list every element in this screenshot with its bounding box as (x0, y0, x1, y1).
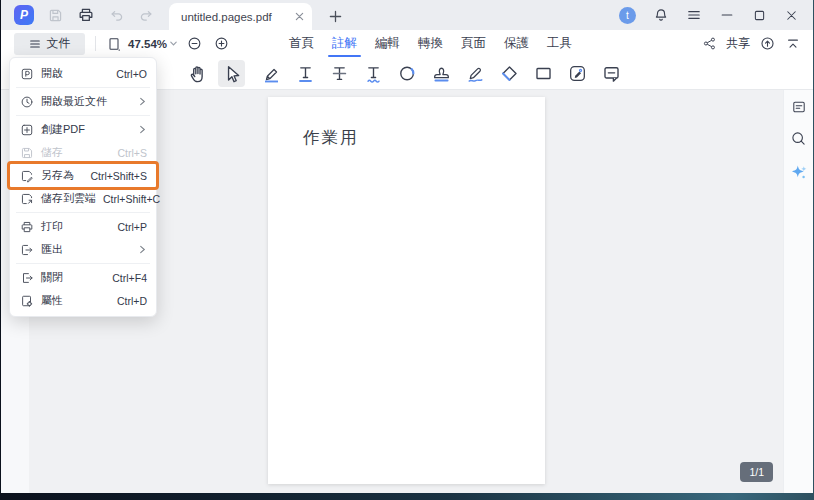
menu-divider (16, 212, 150, 213)
page-indicator[interactable]: 1/1 (740, 462, 773, 482)
collapse-toolbar-icon[interactable] (785, 36, 801, 52)
app-menu-icon[interactable] (686, 7, 702, 23)
pencil-tool-icon[interactable] (462, 60, 489, 87)
save-as-icon (20, 169, 34, 183)
zoom-in-icon[interactable] (213, 35, 230, 52)
close-window-icon[interactable] (784, 8, 799, 23)
stamp-tool-icon[interactable] (428, 60, 455, 87)
undo-icon[interactable] (108, 7, 125, 24)
tab-comment[interactable]: 註解 (331, 31, 358, 56)
user-avatar[interactable]: t (619, 7, 636, 24)
page-text: 作業用 (268, 97, 545, 149)
clock-icon (20, 95, 34, 109)
submenu-arrow-icon (138, 245, 147, 254)
menu-item-properties[interactable]: 屬性 Ctrl+D (10, 289, 156, 312)
print-icon[interactable] (77, 6, 95, 24)
document-tab-title: untitled.pages.pdf (181, 11, 289, 23)
strikethrough-tool-icon[interactable] (326, 60, 353, 87)
ai-assistant-sparkle-icon[interactable] (789, 162, 809, 182)
ribbon-tabs: 首頁 註解 編輯 轉換 頁面 保護 工具 (288, 30, 573, 57)
menu-item-open[interactable]: 開啟 Ctrl+O (10, 62, 156, 85)
share-nodes-icon[interactable] (702, 36, 717, 51)
tab-convert[interactable]: 轉換 (417, 31, 444, 56)
signature-tool-icon[interactable] (564, 60, 591, 87)
open-icon (20, 67, 34, 81)
minimize-icon[interactable] (719, 7, 735, 23)
tab-protect[interactable]: 保護 (503, 31, 530, 56)
underline-tool-icon[interactable] (292, 60, 319, 87)
menu-divider (16, 115, 150, 116)
rectangle-tool-icon[interactable] (530, 60, 557, 87)
file-menu-button[interactable]: 文件 (14, 33, 85, 55)
tab-close-icon[interactable] (295, 12, 304, 21)
zoom-level-value[interactable]: 47.54% (128, 38, 167, 50)
file-menu-dropdown: 開啟 Ctrl+O 開啟最近文件 創建PDF 儲存 Ctrl+S 另存為 Ctr… (9, 57, 157, 317)
oval-tool-icon[interactable] (394, 60, 421, 87)
share-label[interactable]: 共享 (726, 35, 750, 52)
eraser-tool-icon[interactable] (496, 60, 523, 87)
hand-tool-icon[interactable] (184, 60, 211, 87)
menu-item-print[interactable]: 打印 Ctrl+P (10, 215, 156, 238)
redo-icon[interactable] (138, 7, 155, 24)
sticky-note-tool-icon[interactable] (598, 60, 625, 87)
export-icon (20, 243, 34, 257)
menu-item-export[interactable]: 匯出 (10, 238, 156, 261)
menu-item-save-as[interactable]: 另存為 Ctrl+Shift+S (10, 164, 156, 187)
tab-tools[interactable]: 工具 (546, 31, 573, 56)
select-tool-icon[interactable] (218, 60, 245, 87)
comments-panel-icon[interactable] (791, 99, 807, 115)
notifications-bell-icon[interactable] (653, 7, 669, 23)
squiggly-underline-tool-icon[interactable] (360, 60, 387, 87)
save-to-cloud-icon (20, 192, 34, 206)
create-pdf-icon (20, 123, 34, 137)
tab-edit[interactable]: 編輯 (374, 31, 401, 56)
search-icon[interactable] (790, 130, 807, 147)
menu-item-save: 儲存 Ctrl+S (10, 141, 156, 164)
menu-item-open-recent[interactable]: 開啟最近文件 (10, 90, 156, 113)
zoom-caret-icon[interactable] (169, 39, 178, 48)
file-menu-label: 文件 (47, 35, 71, 52)
highlight-tool-icon[interactable] (258, 60, 285, 87)
pdf-page[interactable]: 作業用 (268, 97, 545, 484)
menu-item-create-pdf[interactable]: 創建PDF (10, 118, 156, 141)
toolbar-divider (95, 36, 96, 51)
pdfelement-logo: P (14, 5, 34, 25)
new-tab-button[interactable] (323, 4, 347, 28)
zoom-out-icon[interactable] (186, 35, 203, 52)
submenu-arrow-icon (138, 125, 147, 134)
close-document-icon (20, 271, 34, 285)
cloud-upload-icon[interactable] (759, 35, 776, 52)
submenu-arrow-icon (138, 97, 147, 106)
properties-icon (20, 294, 34, 308)
print-icon (20, 220, 34, 234)
save-icon[interactable] (47, 7, 64, 24)
menu-item-close[interactable]: 關閉 Ctrl+F4 (10, 266, 156, 289)
save-disk-icon (20, 146, 34, 160)
app-window: P untitled.pages.pdf (1, 0, 813, 493)
menu-divider (16, 87, 150, 88)
right-sidebar (783, 90, 813, 493)
titlebar: P untitled.pages.pdf (1, 0, 813, 30)
menu-divider (16, 263, 150, 264)
tab-page[interactable]: 頁面 (460, 31, 487, 56)
hamburger-icon (29, 38, 41, 50)
menu-item-save-to-cloud[interactable]: 儲存到雲端 Ctrl+Shift+C (10, 187, 156, 210)
maximize-icon[interactable] (752, 8, 767, 23)
tab-home[interactable]: 首頁 (288, 31, 315, 56)
fit-page-icon[interactable] (106, 36, 122, 52)
document-tab[interactable]: untitled.pages.pdf (169, 3, 312, 30)
main-toolbar: 文件 47.54% 首頁 註解 編輯 轉換 頁面 保護 工具 (1, 30, 813, 57)
